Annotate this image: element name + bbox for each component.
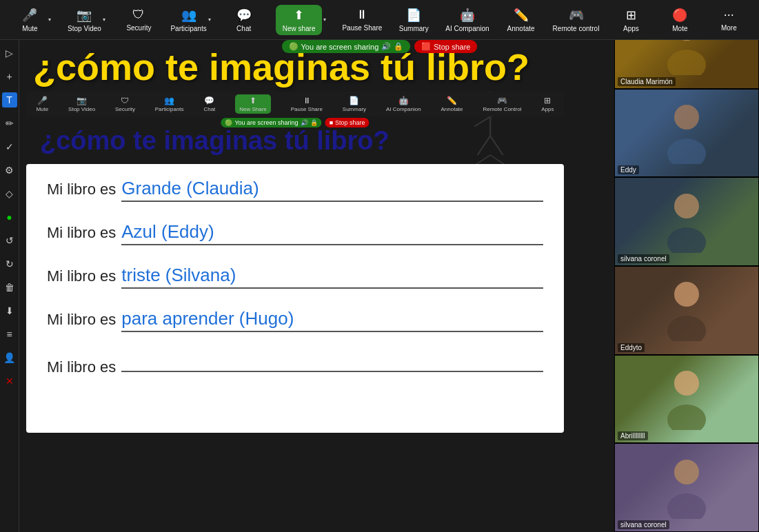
inner-stop-badge[interactable]: ■ Stop share [325, 118, 370, 127]
remote-icon: 🎮 [569, 8, 584, 23]
fill-in-row-1: Mi libro es Grande (Claudia) [47, 178, 543, 202]
apps-label: Apps [623, 25, 639, 32]
inner-mute-btn[interactable]: 🎤 Mute [36, 96, 48, 112]
mute-button[interactable]: 🎤 Mute [12, 8, 47, 32]
apps-button[interactable]: ⊞ Apps [614, 8, 648, 32]
inner-summary-btn[interactable]: 📄 Summary [343, 96, 366, 112]
top-toolbar: 🎤 Mute ▾ 📷 Stop Video ▾ 🛡 Security 👥 Par… [0, 0, 759, 40]
participant-name-6: silvana coronel [618, 520, 669, 529]
stop-text: Stop share [434, 43, 470, 51]
inner-security-btn[interactable]: 🛡 Security [115, 96, 135, 112]
camera-icon: 📷 [77, 8, 92, 23]
inner-apps-btn[interactable]: ⊞ Apps [541, 96, 554, 112]
stop-dot: 🟥 [421, 42, 431, 51]
svg-point-30 [674, 194, 699, 218]
participants-icon: 👥 [181, 8, 196, 23]
fill-prefix-1: Mi libro es [47, 181, 116, 198]
video-cell-abril: Abrillllllll [614, 355, 759, 444]
left-pen-btn[interactable]: ✏ [2, 116, 17, 131]
inner-sharing-text: You are screen sharing [234, 119, 298, 126]
mote-button[interactable]: 🔴 Mote [662, 8, 697, 32]
annotate-button[interactable]: ✏️ Annotate [504, 8, 538, 32]
left-trash-btn[interactable]: 🗑 [2, 280, 17, 295]
remote-control-button[interactable]: 🎮 Remote control [553, 8, 600, 32]
svg-point-33 [667, 316, 706, 341]
annotate-icon: ✏️ [514, 8, 529, 23]
security-button[interactable]: 🛡 Security [121, 8, 156, 32]
person-silhouette-2 [662, 102, 711, 164]
left-add-btn[interactable]: + [2, 69, 17, 84]
inner-share-btn[interactable]: ⬆ New Share [235, 94, 271, 114]
left-arrow-btn[interactable]: ▷ [2, 45, 17, 61]
mote-icon: 🔴 [672, 8, 687, 23]
mote-label: Mote [672, 25, 687, 32]
more-button[interactable]: ··· More [711, 8, 746, 32]
ai-label: AI Companion [445, 25, 489, 32]
pause-share-button[interactable]: ⏸ Pause Share [342, 8, 382, 32]
inner-video-btn[interactable]: 📷 Stop Video [68, 96, 95, 112]
inner-pause-btn[interactable]: ⏸ Pause Share [291, 96, 323, 112]
fill-prefix-5: Mi libro es [47, 358, 116, 376]
mute-chevron[interactable]: ▾ [47, 17, 52, 23]
more-label: More [721, 24, 737, 32]
left-dot-btn[interactable]: ● [2, 209, 17, 225]
svg-point-37 [667, 493, 706, 519]
left-gear-btn[interactable]: ⚙ [2, 163, 17, 178]
inner-remote-btn[interactable]: 🎮 Remote Control [483, 96, 521, 112]
svg-point-35 [667, 405, 706, 430]
summary-icon: 📄 [406, 8, 421, 23]
security-icon: 🛡 [132, 8, 145, 22]
main-content: ¿cómo te imaginas tú libro? 🎤 Mute 📷 [19, 40, 617, 532]
fill-in-row-5: Mi libro es [47, 351, 543, 376]
left-check-btn[interactable]: ✓ [2, 139, 17, 154]
summary-button[interactable]: 📄 Summary [396, 8, 431, 32]
sharing-banner: 🟢 You are screen sharing 🔊 🔒 🟥 Stop shar… [282, 40, 478, 53]
left-user-btn[interactable]: 👤 [2, 350, 17, 365]
inner-annotate-btn[interactable]: ✏️ Annotate [441, 96, 463, 112]
fill-in-row-4: Mi libro es para aprender (Hugo) [47, 308, 543, 332]
new-share-label: New share [283, 25, 316, 32]
mute-label: Mute [22, 25, 37, 32]
left-toolbar: ▷ + T ✏ ✓ ⚙ ◇ ● ↺ ↻ 🗑 ⬇ ≡ 👤 ✕ [0, 40, 19, 532]
participant-name-5: Abrillllllll [618, 431, 648, 440]
chat-button[interactable]: 💬 Chat [227, 8, 261, 32]
fill-answer-3: triste (Silvana) [121, 265, 543, 289]
fill-answer-4: para aprender (Hugo) [121, 308, 543, 332]
left-close-btn[interactable]: ✕ [2, 374, 17, 389]
svg-point-36 [674, 460, 699, 484]
participant-name-1: Claudia Marimón [618, 77, 676, 86]
audio-icon: 🔊 [381, 42, 391, 51]
fill-in-row-2: Mi libro es Azul (Eddy) [47, 221, 543, 245]
left-shape-btn[interactable]: ◇ [2, 186, 17, 201]
fill-answer-1: Grande (Claudia) [121, 178, 543, 202]
left-download-btn[interactable]: ⬇ [2, 303, 17, 318]
new-share-button[interactable]: ⬆ New share [276, 5, 323, 35]
sharing-text: You are screen sharing [301, 43, 379, 51]
inner-share-badge: 🟢 You are screen sharing 🔊 🔒 [221, 118, 321, 127]
inner-participants-btn[interactable]: 👥 Participants [155, 96, 184, 112]
left-redo-btn[interactable]: ↻ [2, 256, 17, 272]
fill-in-row-3: Mi libro es triste (Silvana) [47, 265, 543, 289]
participants-chevron[interactable]: ▾ [207, 17, 212, 23]
left-undo-btn[interactable]: ↺ [2, 233, 17, 248]
ai-icon: 🤖 [460, 8, 475, 23]
video-chevron[interactable]: ▾ [101, 17, 107, 23]
inner-ai-btn[interactable]: 🤖 AI Companion [386, 96, 421, 112]
share-chevron[interactable]: ▾ [322, 17, 327, 23]
left-text-btn[interactable]: T [2, 92, 17, 108]
sharing-badge: 🟢 You are screen sharing 🔊 🔒 [282, 40, 411, 53]
left-menu-btn[interactable]: ≡ [2, 327, 17, 342]
participant-name-3: silvana coronel [618, 254, 669, 263]
fill-blank-5 [121, 351, 543, 372]
inner-chat-btn[interactable]: 💬 Chat [203, 96, 215, 112]
annotate-label: Annotate [507, 25, 535, 32]
shield-small-icon: 🔒 [394, 42, 403, 51]
stop-video-label: Stop Video [68, 25, 101, 32]
participants-button[interactable]: 👥 Participants [170, 8, 206, 32]
stop-share-badge[interactable]: 🟥 Stop share [414, 40, 477, 53]
stop-video-button[interactable]: 📷 Stop Video [67, 8, 101, 32]
apps-icon: ⊞ [626, 8, 636, 23]
person-silhouette-4 [662, 279, 711, 341]
svg-point-32 [674, 282, 699, 307]
ai-companion-button[interactable]: 🤖 AI Companion [445, 8, 489, 32]
